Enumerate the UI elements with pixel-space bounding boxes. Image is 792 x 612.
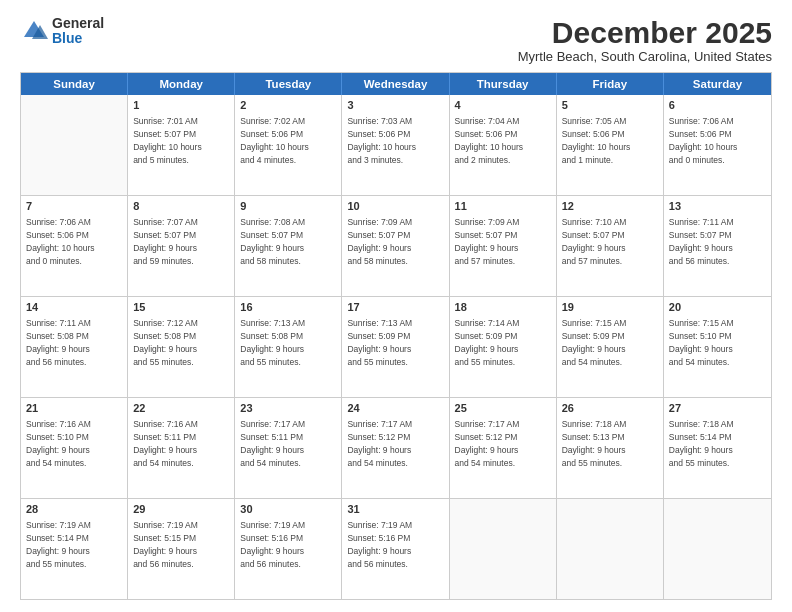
logo: General Blue (20, 16, 104, 47)
calendar-cell: 30Sunrise: 7:19 AM Sunset: 5:16 PM Dayli… (235, 499, 342, 599)
calendar-cell: 9Sunrise: 7:08 AM Sunset: 5:07 PM Daylig… (235, 196, 342, 296)
day-number: 16 (240, 300, 336, 315)
calendar-row: 28Sunrise: 7:19 AM Sunset: 5:14 PM Dayli… (21, 499, 771, 599)
day-number: 22 (133, 401, 229, 416)
calendar-body: 1Sunrise: 7:01 AM Sunset: 5:07 PM Daylig… (21, 95, 771, 599)
day-number: 27 (669, 401, 766, 416)
cell-text: Sunrise: 7:19 AM Sunset: 5:15 PM Dayligh… (133, 520, 198, 569)
calendar-cell: 4Sunrise: 7:04 AM Sunset: 5:06 PM Daylig… (450, 95, 557, 195)
day-number: 25 (455, 401, 551, 416)
cell-text: Sunrise: 7:14 AM Sunset: 5:09 PM Dayligh… (455, 318, 520, 367)
cell-text: Sunrise: 7:05 AM Sunset: 5:06 PM Dayligh… (562, 116, 631, 165)
cell-text: Sunrise: 7:01 AM Sunset: 5:07 PM Dayligh… (133, 116, 202, 165)
cell-text: Sunrise: 7:17 AM Sunset: 5:12 PM Dayligh… (455, 419, 520, 468)
day-number: 11 (455, 199, 551, 214)
calendar-cell: 20Sunrise: 7:15 AM Sunset: 5:10 PM Dayli… (664, 297, 771, 397)
calendar-cell: 19Sunrise: 7:15 AM Sunset: 5:09 PM Dayli… (557, 297, 664, 397)
day-number: 13 (669, 199, 766, 214)
cell-text: Sunrise: 7:04 AM Sunset: 5:06 PM Dayligh… (455, 116, 524, 165)
day-number: 8 (133, 199, 229, 214)
calendar-cell: 23Sunrise: 7:17 AM Sunset: 5:11 PM Dayli… (235, 398, 342, 498)
calendar-cell: 12Sunrise: 7:10 AM Sunset: 5:07 PM Dayli… (557, 196, 664, 296)
day-number: 2 (240, 98, 336, 113)
day-number: 29 (133, 502, 229, 517)
calendar-row: 14Sunrise: 7:11 AM Sunset: 5:08 PM Dayli… (21, 297, 771, 398)
cell-text: Sunrise: 7:11 AM Sunset: 5:07 PM Dayligh… (669, 217, 734, 266)
cell-text: Sunrise: 7:15 AM Sunset: 5:09 PM Dayligh… (562, 318, 627, 367)
calendar-cell: 31Sunrise: 7:19 AM Sunset: 5:16 PM Dayli… (342, 499, 449, 599)
cell-text: Sunrise: 7:06 AM Sunset: 5:06 PM Dayligh… (26, 217, 95, 266)
day-number: 15 (133, 300, 229, 315)
calendar-cell: 21Sunrise: 7:16 AM Sunset: 5:10 PM Dayli… (21, 398, 128, 498)
calendar-header-cell: Sunday (21, 73, 128, 95)
calendar-cell: 1Sunrise: 7:01 AM Sunset: 5:07 PM Daylig… (128, 95, 235, 195)
calendar-header-cell: Friday (557, 73, 664, 95)
calendar-cell: 15Sunrise: 7:12 AM Sunset: 5:08 PM Dayli… (128, 297, 235, 397)
header: General Blue December 2025 Myrtle Beach,… (20, 16, 772, 64)
cell-text: Sunrise: 7:13 AM Sunset: 5:08 PM Dayligh… (240, 318, 305, 367)
cell-text: Sunrise: 7:16 AM Sunset: 5:11 PM Dayligh… (133, 419, 198, 468)
calendar: SundayMondayTuesdayWednesdayThursdayFrid… (20, 72, 772, 600)
day-number: 20 (669, 300, 766, 315)
cell-text: Sunrise: 7:09 AM Sunset: 5:07 PM Dayligh… (455, 217, 520, 266)
cell-text: Sunrise: 7:07 AM Sunset: 5:07 PM Dayligh… (133, 217, 198, 266)
calendar-cell (21, 95, 128, 195)
calendar-header: SundayMondayTuesdayWednesdayThursdayFrid… (21, 73, 771, 95)
calendar-cell: 2Sunrise: 7:02 AM Sunset: 5:06 PM Daylig… (235, 95, 342, 195)
calendar-cell: 28Sunrise: 7:19 AM Sunset: 5:14 PM Dayli… (21, 499, 128, 599)
day-number: 18 (455, 300, 551, 315)
day-number: 26 (562, 401, 658, 416)
calendar-cell: 24Sunrise: 7:17 AM Sunset: 5:12 PM Dayli… (342, 398, 449, 498)
day-number: 5 (562, 98, 658, 113)
calendar-cell: 14Sunrise: 7:11 AM Sunset: 5:08 PM Dayli… (21, 297, 128, 397)
cell-text: Sunrise: 7:15 AM Sunset: 5:10 PM Dayligh… (669, 318, 734, 367)
cell-text: Sunrise: 7:06 AM Sunset: 5:06 PM Dayligh… (669, 116, 738, 165)
calendar-cell: 22Sunrise: 7:16 AM Sunset: 5:11 PM Dayli… (128, 398, 235, 498)
day-number: 24 (347, 401, 443, 416)
logo-general-text: General (52, 16, 104, 31)
cell-text: Sunrise: 7:09 AM Sunset: 5:07 PM Dayligh… (347, 217, 412, 266)
cell-text: Sunrise: 7:08 AM Sunset: 5:07 PM Dayligh… (240, 217, 305, 266)
day-number: 21 (26, 401, 122, 416)
calendar-cell (557, 499, 664, 599)
day-number: 4 (455, 98, 551, 113)
day-number: 10 (347, 199, 443, 214)
logo-text: General Blue (52, 16, 104, 47)
cell-text: Sunrise: 7:19 AM Sunset: 5:14 PM Dayligh… (26, 520, 91, 569)
calendar-cell (450, 499, 557, 599)
calendar-cell: 6Sunrise: 7:06 AM Sunset: 5:06 PM Daylig… (664, 95, 771, 195)
day-number: 23 (240, 401, 336, 416)
cell-text: Sunrise: 7:19 AM Sunset: 5:16 PM Dayligh… (240, 520, 305, 569)
day-number: 19 (562, 300, 658, 315)
day-number: 30 (240, 502, 336, 517)
day-number: 14 (26, 300, 122, 315)
calendar-header-cell: Thursday (450, 73, 557, 95)
day-number: 17 (347, 300, 443, 315)
cell-text: Sunrise: 7:18 AM Sunset: 5:14 PM Dayligh… (669, 419, 734, 468)
calendar-cell (664, 499, 771, 599)
day-number: 12 (562, 199, 658, 214)
cell-text: Sunrise: 7:16 AM Sunset: 5:10 PM Dayligh… (26, 419, 91, 468)
page: General Blue December 2025 Myrtle Beach,… (0, 0, 792, 612)
cell-text: Sunrise: 7:11 AM Sunset: 5:08 PM Dayligh… (26, 318, 91, 367)
month-title: December 2025 (518, 16, 772, 49)
logo-icon (20, 17, 48, 45)
calendar-cell: 7Sunrise: 7:06 AM Sunset: 5:06 PM Daylig… (21, 196, 128, 296)
calendar-row: 21Sunrise: 7:16 AM Sunset: 5:10 PM Dayli… (21, 398, 771, 499)
day-number: 1 (133, 98, 229, 113)
day-number: 28 (26, 502, 122, 517)
calendar-cell: 10Sunrise: 7:09 AM Sunset: 5:07 PM Dayli… (342, 196, 449, 296)
cell-text: Sunrise: 7:18 AM Sunset: 5:13 PM Dayligh… (562, 419, 627, 468)
calendar-cell: 5Sunrise: 7:05 AM Sunset: 5:06 PM Daylig… (557, 95, 664, 195)
day-number: 6 (669, 98, 766, 113)
calendar-cell: 16Sunrise: 7:13 AM Sunset: 5:08 PM Dayli… (235, 297, 342, 397)
calendar-header-cell: Saturday (664, 73, 771, 95)
calendar-row: 1Sunrise: 7:01 AM Sunset: 5:07 PM Daylig… (21, 95, 771, 196)
cell-text: Sunrise: 7:19 AM Sunset: 5:16 PM Dayligh… (347, 520, 412, 569)
calendar-cell: 3Sunrise: 7:03 AM Sunset: 5:06 PM Daylig… (342, 95, 449, 195)
cell-text: Sunrise: 7:03 AM Sunset: 5:06 PM Dayligh… (347, 116, 416, 165)
calendar-cell: 8Sunrise: 7:07 AM Sunset: 5:07 PM Daylig… (128, 196, 235, 296)
calendar-cell: 18Sunrise: 7:14 AM Sunset: 5:09 PM Dayli… (450, 297, 557, 397)
calendar-header-cell: Wednesday (342, 73, 449, 95)
cell-text: Sunrise: 7:10 AM Sunset: 5:07 PM Dayligh… (562, 217, 627, 266)
